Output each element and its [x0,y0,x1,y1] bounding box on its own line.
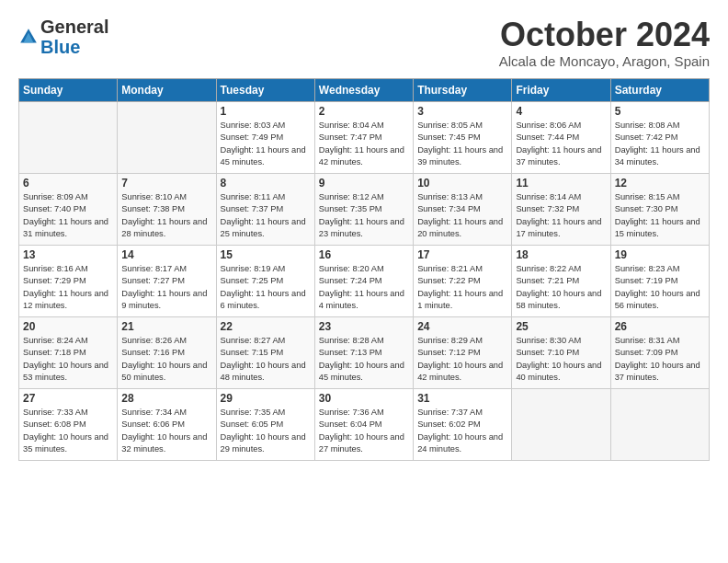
month-title: October 2024 [499,17,710,53]
header-day-monday: Monday [118,78,216,101]
calendar-cell: 1Sunrise: 8:03 AM Sunset: 7:49 PM Daylig… [216,101,314,173]
day-number: 21 [121,320,211,333]
calendar-header-row: SundayMondayTuesdayWednesdayThursdayFrid… [19,78,710,101]
day-info: Sunrise: 7:37 AM Sunset: 6:02 PM Dayligh… [417,407,507,456]
calendar-table: SundayMondayTuesdayWednesdayThursdayFrid… [18,78,710,461]
day-number: 22 [221,320,311,333]
day-info: Sunrise: 8:05 AM Sunset: 7:45 PM Dayligh… [417,120,507,169]
calendar-cell: 2Sunrise: 8:04 AM Sunset: 7:47 PM Daylig… [314,101,413,173]
day-number: 28 [121,392,211,405]
day-info: Sunrise: 8:27 AM Sunset: 7:15 PM Dayligh… [221,335,311,385]
day-number: 13 [23,248,113,261]
day-number: 7 [121,177,211,190]
day-number: 2 [319,105,409,118]
day-info: Sunrise: 7:36 AM Sunset: 6:04 PM Dayligh… [319,407,409,456]
calendar-week-1: 1Sunrise: 8:03 AM Sunset: 7:49 PM Daylig… [19,101,710,173]
calendar-cell: 6Sunrise: 8:09 AM Sunset: 7:40 PM Daylig… [19,173,118,245]
calendar-cell: 13Sunrise: 8:16 AM Sunset: 7:29 PM Dayli… [19,245,118,316]
calendar-cell: 20Sunrise: 8:24 AM Sunset: 7:18 PM Dayli… [19,316,118,388]
day-number: 11 [516,177,606,190]
day-info: Sunrise: 8:16 AM Sunset: 7:29 PM Dayligh… [23,263,113,313]
header-day-wednesday: Wednesday [314,78,413,101]
location: Alcala de Moncayo, Aragon, Spain [499,53,710,69]
calendar-cell: 3Sunrise: 8:05 AM Sunset: 7:45 PM Daylig… [414,101,512,173]
header-day-friday: Friday [512,78,610,101]
day-info: Sunrise: 8:19 AM Sunset: 7:25 PM Dayligh… [221,263,311,313]
day-info: Sunrise: 8:26 AM Sunset: 7:16 PM Dayligh… [121,335,211,385]
day-number: 23 [319,320,409,333]
day-number: 6 [23,177,113,190]
calendar-cell: 7Sunrise: 8:10 AM Sunset: 7:38 PM Daylig… [118,173,216,245]
calendar-cell: 19Sunrise: 8:23 AM Sunset: 7:19 PM Dayli… [610,245,709,316]
day-info: Sunrise: 8:03 AM Sunset: 7:49 PM Dayligh… [221,120,311,169]
day-number: 30 [319,392,409,405]
calendar-cell: 26Sunrise: 8:31 AM Sunset: 7:09 PM Dayli… [610,316,709,388]
day-number: 9 [319,177,409,190]
calendar-cell [512,388,610,460]
calendar-cell: 14Sunrise: 8:17 AM Sunset: 7:27 PM Dayli… [118,245,216,316]
day-number: 4 [516,105,606,118]
calendar-cell: 17Sunrise: 8:21 AM Sunset: 7:22 PM Dayli… [414,245,512,316]
calendar-week-3: 13Sunrise: 8:16 AM Sunset: 7:29 PM Dayli… [19,245,710,316]
day-number: 5 [615,105,705,118]
calendar-cell: 29Sunrise: 7:35 AM Sunset: 6:05 PM Dayli… [216,388,314,460]
logo-icon [18,27,39,47]
calendar-cell: 31Sunrise: 7:37 AM Sunset: 6:02 PM Dayli… [414,388,512,460]
header: General Blue October 2024 Alcala de Monc… [18,17,710,69]
day-info: Sunrise: 8:09 AM Sunset: 7:40 PM Dayligh… [23,191,113,241]
header-day-saturday: Saturday [610,78,709,101]
day-number: 20 [23,320,113,333]
day-number: 1 [221,105,311,118]
calendar-cell: 4Sunrise: 8:06 AM Sunset: 7:44 PM Daylig… [512,101,610,173]
calendar-cell: 27Sunrise: 7:33 AM Sunset: 6:08 PM Dayli… [19,388,118,460]
calendar-cell: 5Sunrise: 8:08 AM Sunset: 7:42 PM Daylig… [610,101,709,173]
day-info: Sunrise: 8:12 AM Sunset: 7:35 PM Dayligh… [319,191,409,241]
day-info: Sunrise: 8:20 AM Sunset: 7:24 PM Dayligh… [319,263,409,313]
day-number: 10 [417,177,507,190]
calendar-cell [19,101,118,173]
day-number: 8 [221,177,311,190]
calendar-cell: 23Sunrise: 8:28 AM Sunset: 7:13 PM Dayli… [314,316,413,388]
day-info: Sunrise: 8:29 AM Sunset: 7:12 PM Dayligh… [417,335,507,385]
day-info: Sunrise: 8:11 AM Sunset: 7:37 PM Dayligh… [221,191,311,241]
logo-blue: Blue [40,37,80,57]
day-number: 19 [615,248,705,261]
day-number: 14 [121,248,211,261]
calendar-page: General Blue October 2024 Alcala de Monc… [0,0,728,470]
day-number: 26 [615,320,705,333]
day-info: Sunrise: 7:35 AM Sunset: 6:05 PM Dayligh… [221,407,311,456]
day-info: Sunrise: 8:23 AM Sunset: 7:19 PM Dayligh… [615,263,705,313]
day-info: Sunrise: 7:34 AM Sunset: 6:06 PM Dayligh… [121,407,211,456]
calendar-cell: 8Sunrise: 8:11 AM Sunset: 7:37 PM Daylig… [216,173,314,245]
calendar-cell: 10Sunrise: 8:13 AM Sunset: 7:34 PM Dayli… [414,173,512,245]
logo: General Blue [18,17,108,57]
day-number: 29 [221,392,311,405]
day-number: 27 [23,392,113,405]
day-info: Sunrise: 8:31 AM Sunset: 7:09 PM Dayligh… [615,335,705,385]
day-number: 12 [615,177,705,190]
day-number: 17 [417,248,507,261]
day-info: Sunrise: 8:30 AM Sunset: 7:10 PM Dayligh… [516,335,606,385]
calendar-cell: 18Sunrise: 8:22 AM Sunset: 7:21 PM Dayli… [512,245,610,316]
calendar-cell: 28Sunrise: 7:34 AM Sunset: 6:06 PM Dayli… [118,388,216,460]
calendar-cell: 12Sunrise: 8:15 AM Sunset: 7:30 PM Dayli… [610,173,709,245]
header-day-thursday: Thursday [414,78,512,101]
day-info: Sunrise: 8:22 AM Sunset: 7:21 PM Dayligh… [516,263,606,313]
day-info: Sunrise: 8:17 AM Sunset: 7:27 PM Dayligh… [121,263,211,313]
calendar-cell: 21Sunrise: 8:26 AM Sunset: 7:16 PM Dayli… [118,316,216,388]
calendar-cell: 25Sunrise: 8:30 AM Sunset: 7:10 PM Dayli… [512,316,610,388]
calendar-cell: 9Sunrise: 8:12 AM Sunset: 7:35 PM Daylig… [314,173,413,245]
day-info: Sunrise: 8:24 AM Sunset: 7:18 PM Dayligh… [23,335,113,385]
calendar-cell: 11Sunrise: 8:14 AM Sunset: 7:32 PM Dayli… [512,173,610,245]
day-number: 25 [516,320,606,333]
day-number: 18 [516,248,606,261]
title-block: October 2024 Alcala de Moncayo, Aragon, … [499,17,710,69]
day-info: Sunrise: 8:21 AM Sunset: 7:22 PM Dayligh… [417,263,507,313]
day-info: Sunrise: 8:13 AM Sunset: 7:34 PM Dayligh… [417,191,507,241]
calendar-cell [118,101,216,173]
day-number: 16 [319,248,409,261]
calendar-cell: 16Sunrise: 8:20 AM Sunset: 7:24 PM Dayli… [314,245,413,316]
day-info: Sunrise: 8:06 AM Sunset: 7:44 PM Dayligh… [516,120,606,169]
logo-general: General [40,17,108,37]
calendar-week-5: 27Sunrise: 7:33 AM Sunset: 6:08 PM Dayli… [19,388,710,460]
